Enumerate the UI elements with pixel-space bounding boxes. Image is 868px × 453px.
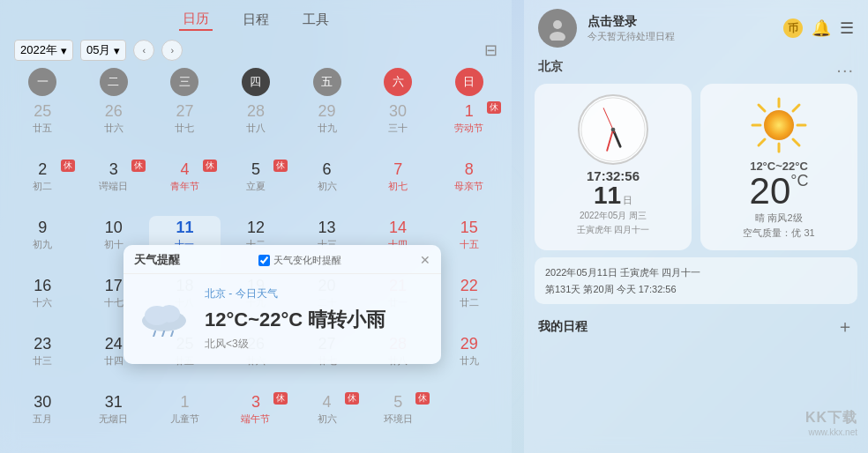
year-select[interactable]: 2022年 ▾ bbox=[14, 40, 73, 61]
day-cell[interactable]: 29廿九 bbox=[291, 100, 363, 156]
schedule-bar: 我的日程 ＋ bbox=[524, 311, 868, 342]
temp-big: 20 bbox=[750, 173, 791, 210]
day-cell[interactable]: 休 2初二 bbox=[7, 158, 79, 214]
svg-line-20 bbox=[162, 331, 164, 337]
next-month-button[interactable]: › bbox=[161, 40, 183, 61]
add-schedule-button[interactable]: ＋ bbox=[836, 315, 854, 338]
day-cell[interactable]: 28廿八 bbox=[221, 100, 292, 156]
popup-title: 天气提醒 bbox=[134, 252, 180, 268]
calendar-panel: 日历 日程 工具 2022年 ▾ 05月 ▾ ‹ › ⊟ 一 二 三 四 五 六… bbox=[0, 0, 512, 453]
day-cell[interactable]: 休 4初六 bbox=[291, 390, 363, 447]
svg-point-15 bbox=[764, 110, 794, 140]
svg-line-12 bbox=[793, 139, 799, 145]
holiday-badge: 休 bbox=[273, 160, 288, 172]
day-cell[interactable]: 30五月 bbox=[7, 390, 79, 447]
svg-line-11 bbox=[759, 105, 765, 111]
popup-link[interactable]: 北京 - 今日天气 bbox=[205, 286, 427, 301]
svg-line-4 bbox=[607, 130, 613, 151]
notification-icon[interactable]: 🔔 bbox=[812, 19, 831, 38]
avatar[interactable] bbox=[538, 9, 577, 48]
holiday-badge: 休 bbox=[415, 392, 430, 405]
menu-icon[interactable]: ☰ bbox=[840, 19, 854, 38]
svg-point-6 bbox=[611, 128, 616, 132]
top-nav: 日历 日程 工具 bbox=[0, 0, 512, 36]
day-cell[interactable]: 25廿五 bbox=[7, 100, 79, 156]
holiday-badge: 休 bbox=[273, 392, 288, 405]
date-controls: 2022年 ▾ 05月 ▾ ‹ › ⊟ bbox=[0, 36, 512, 66]
svg-point-0 bbox=[553, 20, 562, 29]
day-cell[interactable]: 7初七 bbox=[363, 158, 434, 214]
day-cell[interactable]: 休 3谔端日 bbox=[79, 158, 150, 214]
popup-body: 北京 - 今日天气 12°C~22°C 晴转小雨 北风<3级 bbox=[123, 274, 441, 364]
svg-line-21 bbox=[171, 331, 173, 337]
day-cell[interactable]: 休 3端午节 bbox=[221, 390, 292, 447]
weather-desc2: 空气质量：优 31 bbox=[743, 226, 814, 240]
day-cell[interactable]: 6初六 bbox=[291, 158, 363, 214]
day-cell[interactable]: 8母亲节 bbox=[433, 158, 505, 214]
popup-temp: 12°C~22°C 晴转小雨 bbox=[205, 307, 427, 333]
day-cell[interactable]: 30三十 bbox=[363, 100, 434, 156]
filter-icon[interactable]: ⊟ bbox=[484, 41, 498, 60]
weekday-sun: 日 bbox=[453, 66, 485, 98]
popup-close-button[interactable]: ✕ bbox=[420, 253, 430, 267]
temp-unit: °C bbox=[790, 173, 808, 189]
watermark-line1: KK下载 bbox=[805, 409, 857, 427]
weather-row: 17:32:56 11 日 2022年05月 周三 壬寅虎年 四月十一 bbox=[524, 80, 868, 257]
clock-date-line1: 2022年05月 周三 bbox=[580, 210, 647, 222]
tab-tools[interactable]: 工具 bbox=[299, 10, 333, 30]
tab-schedule[interactable]: 日程 bbox=[239, 10, 273, 30]
day-cell[interactable]: 休 5环境日 bbox=[363, 390, 434, 447]
weekday-wed: 三 bbox=[168, 66, 200, 98]
cloud-icon bbox=[138, 293, 191, 346]
svg-point-1 bbox=[550, 32, 565, 41]
analog-clock bbox=[578, 94, 648, 165]
day-cell[interactable]: 15十五 bbox=[433, 216, 505, 272]
clock-date-line2: 壬寅虎年 四月十一 bbox=[577, 224, 650, 236]
weekday-tue: 二 bbox=[98, 66, 130, 98]
day-cell[interactable]: 9初九 bbox=[7, 216, 79, 272]
date-info-line1: 2022年05月11日 壬寅虎年 四月十一 bbox=[545, 264, 847, 281]
weekday-fri: 五 bbox=[311, 66, 343, 98]
weekday-mon: 一 bbox=[26, 66, 58, 98]
weather-desc1: 晴 南风2级 bbox=[755, 212, 802, 225]
popup-header: 天气提醒 天气变化时提醒 ✕ bbox=[123, 245, 441, 274]
clock-day: 11 bbox=[594, 183, 621, 208]
day-cell[interactable]: 27廿七 bbox=[149, 100, 221, 156]
day-cell[interactable]: 31无烟日 bbox=[79, 390, 150, 447]
day-cell[interactable]: 29廿九 bbox=[433, 332, 505, 389]
date-info-bar: 2022年05月11日 壬寅虎年 四月十一 第131天 第20周 今天 17:3… bbox=[535, 257, 857, 304]
day-cell[interactable]: 22廿二 bbox=[433, 274, 505, 330]
day-cell[interactable]: 16十六 bbox=[7, 274, 79, 330]
day-cell[interactable]: 26廿六 bbox=[79, 100, 150, 156]
holiday-badge: 休 bbox=[131, 160, 146, 172]
weather-notify-checkbox[interactable] bbox=[258, 255, 270, 266]
watermark-line2: www.kkx.net bbox=[805, 427, 857, 437]
holiday-badge: 休 bbox=[61, 160, 75, 172]
holiday-badge: 休 bbox=[203, 160, 217, 172]
weekday-sat: 六 bbox=[382, 66, 414, 98]
watermark: KK下载 www.kkx.net bbox=[805, 409, 857, 437]
right-topbar: 点击登录 今天暂无待处理日程 币 🔔 ☰ bbox=[524, 0, 868, 53]
day-cell[interactable]: 23廿三 bbox=[7, 332, 79, 389]
day-cell-may1[interactable]: 休 1 劳动节 bbox=[433, 100, 505, 156]
day-cell[interactable]: 1儿童节 bbox=[149, 390, 221, 447]
month-select[interactable]: 05月 ▾ bbox=[80, 40, 126, 61]
popup-wind: 北风<3级 bbox=[205, 337, 427, 352]
svg-line-13 bbox=[793, 105, 799, 111]
topbar-icons: 币 🔔 ☰ bbox=[783, 19, 854, 38]
sun-icon bbox=[748, 94, 810, 156]
login-title[interactable]: 点击登录 bbox=[587, 14, 773, 30]
location-bar: 北京 ... bbox=[524, 53, 868, 80]
svg-point-18 bbox=[159, 305, 180, 323]
popup-checkbox[interactable]: 天气变化时提醒 bbox=[258, 254, 341, 267]
more-menu-button[interactable]: ... bbox=[836, 56, 854, 77]
holiday-badge: 休 bbox=[345, 392, 359, 405]
prev-month-button[interactable]: ‹ bbox=[133, 40, 154, 61]
tab-calendar[interactable]: 日历 bbox=[179, 9, 213, 31]
weather-popup: 天气提醒 天气变化时提醒 ✕ 北京 - 今日天气 12°C~22°C 晴转小雨 … bbox=[123, 245, 441, 364]
day-cell[interactable]: 休 5立夏 bbox=[221, 158, 292, 214]
day-cell[interactable]: 休 4青年节 bbox=[149, 158, 221, 214]
popup-info: 北京 - 今日天气 12°C~22°C 晴转小雨 北风<3级 bbox=[205, 286, 427, 352]
clock-day-label: 日 bbox=[623, 194, 632, 207]
coin-icon[interactable]: 币 bbox=[783, 19, 803, 38]
